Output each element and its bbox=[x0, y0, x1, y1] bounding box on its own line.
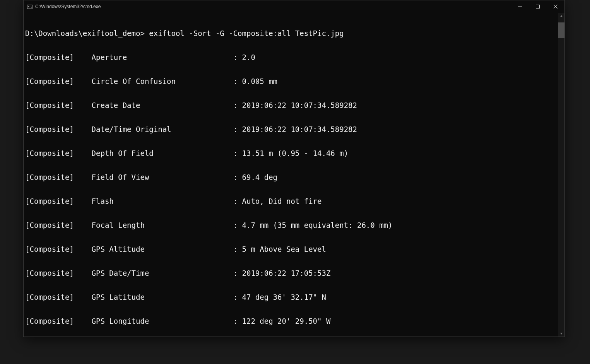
prompt: D:\Downloads\exiftool_demo> bbox=[25, 29, 149, 38]
output-row: [Composite] Create Date : 2019:06:22 10:… bbox=[25, 99, 564, 111]
vertical-scrollbar[interactable] bbox=[558, 13, 564, 337]
output-value: 2019:06:22 17:05:53Z bbox=[242, 269, 331, 277]
output-row: [Composite] Focal Length : 4.7 mm (35 mm… bbox=[25, 219, 564, 231]
output-tag: Focal Length bbox=[92, 221, 233, 229]
output-group: [Composite] bbox=[25, 173, 74, 181]
svg-text:C:\: C:\ bbox=[28, 5, 32, 8]
output-group: [Composite] bbox=[25, 101, 74, 109]
output-row: [Composite] Aperture : 2.0 bbox=[25, 51, 564, 63]
output-tag: GPS Date/Time bbox=[92, 269, 233, 277]
window-title: C:\Windows\System32\cmd.exe bbox=[35, 4, 101, 9]
titlebar[interactable]: C:\ C:\Windows\System32\cmd.exe bbox=[24, 0, 564, 13]
output-row: [Composite] GPS Longitude : 122 deg 20' … bbox=[25, 315, 564, 327]
command-text: exiftool -Sort -G -Composite:all TestPic… bbox=[149, 29, 344, 38]
output-tag: Depth Of Field bbox=[92, 149, 233, 157]
cmd-icon: C:\ bbox=[27, 3, 33, 10]
output-tag: GPS Altitude bbox=[92, 245, 233, 253]
output-row: [Composite] GPS Latitude : 47 deg 36' 32… bbox=[25, 291, 564, 303]
output-value: 5 m Above Sea Level bbox=[242, 245, 326, 253]
terminal-output[interactable]: D:\Downloads\exiftool_demo> exiftool -So… bbox=[24, 13, 564, 337]
output-row: [Composite] Date/Time Original : 2019:06… bbox=[25, 123, 564, 135]
output-group: [Composite] bbox=[25, 269, 74, 277]
output-tag: Create Date bbox=[92, 101, 233, 109]
output-value: 4.7 mm (35 mm equivalent: 26.0 mm) bbox=[242, 221, 393, 229]
minimize-button[interactable] bbox=[511, 0, 529, 13]
command-line: D:\Downloads\exiftool_demo> exiftool -So… bbox=[25, 27, 564, 39]
cmd-window: C:\ C:\Windows\System32\cmd.exe D:\Downl… bbox=[23, 0, 565, 337]
scroll-down-button[interactable] bbox=[558, 330, 564, 337]
output-group: [Composite] bbox=[25, 53, 74, 62]
output-value: 122 deg 20' 29.50" W bbox=[242, 317, 331, 325]
output-row: [Composite] Flash : Auto, Did not fire bbox=[25, 195, 564, 207]
output-value: Auto, Did not fire bbox=[242, 197, 322, 205]
svg-marker-4 bbox=[560, 333, 563, 335]
output-tag: Flash bbox=[92, 197, 233, 205]
output-row: [Composite] GPS Altitude : 5 m Above Sea… bbox=[25, 243, 564, 255]
scroll-thumb[interactable] bbox=[558, 22, 564, 38]
output-value: 0.005 mm bbox=[242, 77, 278, 85]
output-row: [Composite] Field Of View : 69.4 deg bbox=[25, 171, 564, 183]
output-row: [Composite] Circle Of Confusion : 0.005 … bbox=[25, 75, 564, 87]
output-value: 47 deg 36' 32.17" N bbox=[242, 293, 326, 301]
maximize-button[interactable] bbox=[529, 0, 547, 13]
output-tag: Aperture bbox=[92, 53, 233, 62]
output-value: 69.4 deg bbox=[242, 173, 278, 181]
output-tag: Circle Of Confusion bbox=[92, 77, 233, 85]
output-value: 13.51 m (0.95 - 14.46 m) bbox=[242, 149, 349, 157]
output-row: [Composite] Depth Of Field : 13.51 m (0.… bbox=[25, 147, 564, 159]
close-button[interactable] bbox=[547, 0, 564, 13]
output-group: [Composite] bbox=[25, 245, 74, 253]
output-row: [Composite] GPS Date/Time : 2019:06:22 1… bbox=[25, 267, 564, 279]
svg-marker-3 bbox=[560, 15, 563, 17]
scroll-up-button[interactable] bbox=[558, 13, 564, 19]
output-group: [Composite] bbox=[25, 149, 74, 157]
output-tag: Date/Time Original bbox=[92, 125, 233, 133]
output-value: 2.0 bbox=[242, 53, 255, 62]
output-value: 2019:06:22 10:07:34.589282 bbox=[242, 101, 357, 109]
output-group: [Composite] bbox=[25, 197, 74, 205]
output-tag: Field Of View bbox=[92, 173, 233, 181]
output-group: [Composite] bbox=[25, 293, 74, 301]
output-tag: GPS Latitude bbox=[92, 293, 233, 301]
terminal-client-area: D:\Downloads\exiftool_demo> exiftool -So… bbox=[24, 13, 564, 337]
output-group: [Composite] bbox=[25, 221, 74, 229]
output-value: 2019:06:22 10:07:34.589282 bbox=[242, 125, 357, 133]
svg-rect-2 bbox=[536, 5, 540, 9]
output-tag: GPS Longitude bbox=[92, 317, 233, 325]
output-group: [Composite] bbox=[25, 317, 74, 325]
output-group: [Composite] bbox=[25, 125, 74, 133]
output-group: [Composite] bbox=[25, 77, 74, 85]
